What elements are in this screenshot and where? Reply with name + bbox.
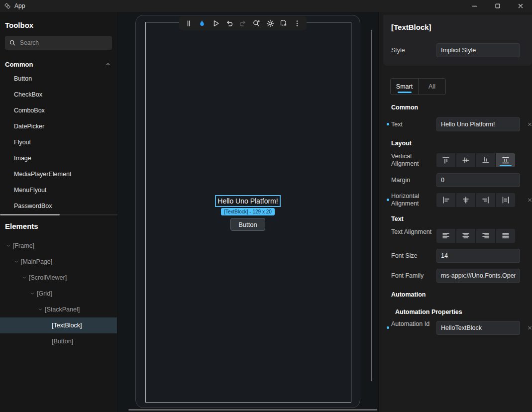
prop-row-font-family: Font Family bbox=[379, 269, 532, 283]
canvas-vertical-scrollbar[interactable] bbox=[371, 30, 372, 381]
valign-stretch-button[interactable] bbox=[496, 153, 515, 167]
undo-icon[interactable] bbox=[225, 19, 234, 28]
elements-tree: [Frame] [MainPage] [ScrollViewer] [Grid]… bbox=[0, 238, 117, 349]
tree-item-grid[interactable]: [Grid] bbox=[0, 286, 117, 302]
halign-left-button[interactable] bbox=[436, 193, 455, 207]
theme-toggle-icon[interactable] bbox=[266, 19, 275, 28]
minimize-button[interactable] bbox=[463, 0, 486, 12]
prop-row-vertical-alignment: Vertical Alignment bbox=[379, 153, 532, 167]
margin-input[interactable] bbox=[436, 173, 520, 187]
toolbox-scrollbar-thumb[interactable] bbox=[0, 214, 60, 215]
tree-item-label: [StackPanel] bbox=[45, 306, 80, 313]
more-options-icon[interactable] bbox=[293, 19, 302, 28]
chevron-down-icon[interactable] bbox=[37, 307, 44, 312]
inspector-tabs: Smart All bbox=[390, 78, 446, 95]
tab-smart[interactable]: Smart bbox=[391, 79, 418, 95]
toolbox-item-checkbox[interactable]: CheckBox bbox=[0, 87, 117, 103]
toolbox-item-flyout[interactable]: Flyout bbox=[0, 134, 117, 150]
section-common: Common bbox=[391, 104, 418, 111]
font-size-label: Font Size bbox=[391, 252, 432, 260]
tree-item-button[interactable]: [Button] bbox=[0, 333, 117, 349]
tree-item-scrollviewer[interactable]: [ScrollViewer] bbox=[0, 270, 117, 286]
modified-indicator-dot bbox=[387, 326, 389, 329]
maximize-button[interactable] bbox=[486, 0, 509, 12]
inspector-title: [TextBlock] bbox=[391, 23, 431, 31]
left-sidebar: Toolbox Common Button CheckBox ComboBox … bbox=[0, 12, 117, 412]
canvas-textblock[interactable]: Hello Uno Platform! bbox=[215, 195, 280, 207]
section-automation: Automation bbox=[391, 291, 426, 298]
property-inspector: [TextBlock] Style Smart All Common Text … bbox=[378, 12, 532, 412]
valign-top-button[interactable] bbox=[436, 153, 455, 167]
toolbox-section-label: Common bbox=[5, 61, 33, 68]
active-option-underline bbox=[500, 165, 512, 166]
tree-item-label: [TextBlock] bbox=[52, 322, 82, 329]
hot-reload-flame-icon[interactable] bbox=[198, 19, 207, 28]
clear-value-icon[interactable] bbox=[528, 120, 532, 128]
app-title: App bbox=[14, 2, 25, 9]
canvas-button[interactable]: Button bbox=[230, 218, 265, 231]
margin-label: Margin bbox=[391, 177, 432, 184]
section-automation-properties: Automation Properties bbox=[395, 309, 462, 315]
tree-item-stackpanel[interactable]: [StackPanel] bbox=[0, 302, 117, 317]
toolbox-item-datepicker[interactable]: DatePicker bbox=[0, 118, 117, 134]
clear-value-icon[interactable] bbox=[528, 196, 532, 204]
toolbox-item-mediaplayerelement[interactable]: MediaPlayerElement bbox=[0, 166, 117, 182]
window-controls bbox=[463, 0, 532, 12]
search-input[interactable] bbox=[20, 39, 108, 46]
halign-stretch-button[interactable] bbox=[496, 193, 515, 207]
halign-center-button[interactable] bbox=[456, 193, 475, 207]
style-label: Style bbox=[391, 47, 405, 54]
horizontal-alignment-group bbox=[436, 193, 515, 207]
halign-right-button[interactable] bbox=[476, 193, 495, 207]
redo-icon[interactable] bbox=[238, 19, 247, 28]
tab-all[interactable]: All bbox=[418, 79, 445, 95]
textalign-right-button[interactable] bbox=[476, 229, 495, 243]
tab-all-label: All bbox=[428, 83, 435, 90]
drag-handle-icon[interactable] bbox=[184, 19, 193, 28]
toolbox-item-passwordbox[interactable]: PasswordBox bbox=[0, 198, 117, 214]
chevron-down-icon[interactable] bbox=[29, 291, 36, 296]
clear-value-icon[interactable] bbox=[528, 324, 532, 332]
vertical-alignment-label: Vertical Alignment bbox=[391, 153, 432, 168]
toolbox-item-image[interactable]: Image bbox=[0, 150, 117, 166]
app-logo-icon bbox=[4, 2, 11, 9]
text-property-input[interactable] bbox=[436, 117, 520, 131]
font-size-input[interactable] bbox=[436, 249, 520, 263]
chevron-down-icon[interactable] bbox=[5, 243, 12, 248]
tree-item-frame[interactable]: [Frame] bbox=[0, 238, 117, 254]
chevron-down-icon[interactable] bbox=[13, 259, 20, 264]
prop-row-horizontal-alignment: Horizontal Alignment bbox=[379, 193, 532, 207]
design-canvas[interactable]: Hello Uno Platform! [TextBlock] - 129 x … bbox=[117, 12, 378, 412]
tree-item-label: [MainPage] bbox=[21, 258, 52, 265]
prop-row-text-alignment: Text Alignment bbox=[379, 229, 532, 243]
textalign-center-button[interactable] bbox=[456, 229, 475, 243]
canvas-horizontal-scrollbar[interactable] bbox=[128, 409, 377, 411]
toolbox-item-combobox[interactable]: ComboBox bbox=[0, 103, 117, 118]
toolbox-section-common[interactable]: Common bbox=[0, 58, 117, 71]
textalign-left-button[interactable] bbox=[436, 229, 455, 243]
prop-row-text: Text bbox=[379, 117, 532, 131]
style-input[interactable] bbox=[436, 43, 520, 57]
chevron-down-icon[interactable] bbox=[21, 275, 28, 280]
valign-bottom-button[interactable] bbox=[476, 153, 495, 167]
tree-item-label: [ScrollViewer] bbox=[29, 274, 67, 281]
tree-item-textblock[interactable]: [TextBlock] bbox=[0, 317, 117, 333]
elements-title: Elements bbox=[5, 222, 117, 232]
toolbox-item-button[interactable]: Button bbox=[0, 71, 117, 87]
toolbox-item-menuflyout[interactable]: MenuFlyout bbox=[0, 182, 117, 198]
selection-mode-icon[interactable] bbox=[279, 19, 288, 28]
play-icon[interactable] bbox=[212, 19, 220, 28]
tree-item-label: [Button] bbox=[52, 338, 73, 345]
toolbox-scrollbar[interactable] bbox=[0, 214, 117, 215]
active-tab-underline bbox=[398, 92, 412, 93]
close-button[interactable] bbox=[509, 0, 532, 12]
automation-id-input[interactable] bbox=[436, 321, 520, 335]
tree-item-mainpage[interactable]: [MainPage] bbox=[0, 254, 117, 270]
font-family-input[interactable] bbox=[436, 269, 520, 283]
toolbox-searchbox[interactable] bbox=[5, 36, 112, 50]
element-inspector-icon[interactable] bbox=[252, 19, 261, 28]
inspector-header-card: [TextBlock] Style bbox=[383, 15, 532, 66]
prop-row-margin: Margin bbox=[379, 173, 532, 187]
textalign-justify-button[interactable] bbox=[496, 229, 515, 243]
valign-center-button[interactable] bbox=[456, 153, 475, 167]
